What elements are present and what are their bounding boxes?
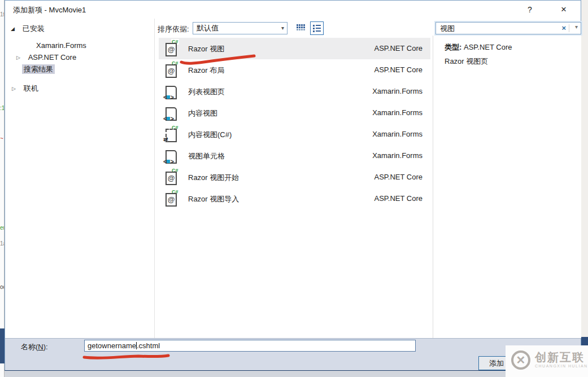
sidebar-item-online[interactable]: ▷ 联机 [12,83,40,94]
code-fragment: 1t [0,11,5,17]
collapsed-triangle-icon[interactable]: ▷ [12,83,20,94]
file-name-input[interactable]: getownername.cshtml [84,340,416,352]
sidebar-item-installed[interactable]: ◢ 已安装 [11,23,46,34]
template-platform: Xamarin.Forms [372,151,423,160]
watermark-badge: ✕ 创新互联 CHUANGXIN HULIAN [506,345,588,377]
at-glyph-icon: @ [165,193,177,207]
background-editor-sliver: 1t :1 ~ er 1a od [0,0,5,377]
razor-file-icon: C# @ [164,41,181,58]
template-name: Razor 视图开始 [188,173,239,183]
search-chevron-down-icon[interactable]: ▾ [575,24,578,30]
name-value-before-cursor: getownername [88,341,136,350]
template-name: Razor 视图 [188,44,224,54]
at-glyph-icon: @ [165,43,177,56]
type-label: 类型: [445,43,461,51]
sort-by-value: 默认值 [197,24,219,32]
code-fragment: er [0,225,5,231]
template-name: Razor 布局 [188,65,224,76]
background-bottom-strip [5,371,588,377]
template-category-tree: ◢ 已安装 Xamarin.Forms ▷ ASP.NET Core 搜索结果 … [5,19,155,338]
template-type-line: 类型: ASP.NET Core [445,42,512,52]
background-blue-bar [0,328,5,363]
watermark-subtitle: CHUANGXIN HULIAN [535,364,588,368]
template-name: 内容视图(C#) [188,130,232,140]
sidebar-item-search-results[interactable]: 搜索结果 [22,64,55,75]
template-name: 列表视图页 [188,87,225,97]
title-bar[interactable]: 添加新项 - MvcMovie1 ? × [5,1,581,19]
dialog-title: 添加新项 - MvcMovie1 [13,5,86,15]
template-name: 内容视图 [188,108,217,119]
xaml-brackets-icon [163,94,174,100]
sidebar-item-label: Xamarin.Forms [34,41,88,50]
expanded-triangle-icon[interactable]: ◢ [11,23,19,34]
template-platform: ASP.NET Core [374,194,423,203]
template-list: C# @ Razor 视图 ASP.NET Core C# @ Razor 布局… [159,38,430,338]
list-item-list-view-page[interactable]: 列表视图页 Xamarin.Forms [159,81,430,102]
grid-view-icon [297,24,305,32]
list-view-button[interactable] [310,21,324,35]
sidebar-item-label: 联机 [22,84,40,93]
type-value: ASP.NET Core [464,43,512,51]
csharp-file-icon: C# ⇄ [164,126,181,143]
code-fragment: 1a [0,240,5,247]
watermark-name: 创新互联 [535,350,588,364]
xaml-file-icon [164,105,181,122]
list-item-razor-viewstart[interactable]: C# @ Razor 视图开始 ASP.NET Core [159,166,430,188]
list-item-content-view[interactable]: 内容视图 Xamarin.Forms [159,102,430,124]
list-item-razor-view[interactable]: C# @ Razor 视图 ASP.NET Core [159,38,430,59]
template-platform: Xamarin.Forms [372,130,423,138]
template-description: Razor 视图页 [445,56,488,67]
xaml-brackets-icon [163,115,174,122]
template-name: 视图单元格 [188,151,225,161]
template-detail-panel: 类型: ASP.NET Core Razor 视图页 [433,36,581,338]
list-view-icon [313,24,321,32]
template-platform: Xamarin.Forms [372,108,423,117]
template-platform: Xamarin.Forms [372,87,423,95]
sidebar-item-xamarin-forms[interactable]: Xamarin.Forms [34,40,88,51]
search-clear-icon[interactable]: × [561,24,566,32]
sidebar-item-aspnet-core[interactable]: ▷ ASP.NET Core [16,52,78,63]
chevron-down-icon: ▾ [281,23,284,34]
razor-file-icon: C# @ [164,169,181,186]
help-button[interactable]: ? [524,4,535,15]
search-input[interactable]: 视图 × ▾ [435,22,581,34]
razor-file-icon: C# @ [164,191,181,208]
code-fragment: ~ [0,135,3,142]
code-fragment: od [0,284,5,290]
sidebar-item-label: 搜索结果 [22,64,55,74]
sidebar-item-label: ASP.NET Core [27,52,79,62]
add-new-item-dialog: 添加新项 - MvcMovie1 ? × ◢ 已安装 Xamarin.Forms… [5,0,581,371]
watermark-logo-icon: ✕ [511,350,530,370]
sidebar-item-label: 已安装 [21,24,46,33]
sort-by-label: 排序依据: [158,24,189,34]
arrows-icon: ⇄ [163,136,168,142]
list-item-razor-layout[interactable]: C# @ Razor 布局 ASP.NET Core [159,59,430,81]
small-icons-view-button[interactable] [294,21,308,35]
code-fragment: :1 [0,105,5,111]
sort-by-dropdown[interactable]: 默认值 ▾ [193,22,288,34]
template-platform: ASP.NET Core [374,65,423,74]
list-item-view-cell[interactable]: 视图单元格 Xamarin.Forms [159,145,430,166]
at-glyph-icon: @ [165,172,177,185]
xaml-file-icon [164,148,181,165]
at-glyph-icon: @ [165,64,177,78]
xaml-file-icon [164,84,181,100]
template-platform: ASP.NET Core [374,44,423,52]
razor-file-icon: C# @ [164,62,181,79]
name-value-after-cursor: .cshtml [137,341,160,350]
collapsed-triangle-icon[interactable]: ▷ [16,52,24,63]
search-query-text: 视图 [440,24,455,34]
template-platform: ASP.NET Core [374,173,423,181]
search-separator [569,24,569,32]
list-item-content-view-csharp[interactable]: C# ⇄ 内容视图(C#) Xamarin.Forms [159,124,430,145]
template-name: Razor 视图导入 [188,194,239,204]
name-field-label: 名称(N): [21,342,48,352]
xaml-brackets-icon [163,158,174,165]
dialog-footer: 名称(N): getownername.cshtml 添加 [5,338,581,370]
close-button[interactable]: × [557,3,570,16]
list-item-razor-viewimports[interactable]: C# @ Razor 视图导入 ASP.NET Core [159,188,430,209]
